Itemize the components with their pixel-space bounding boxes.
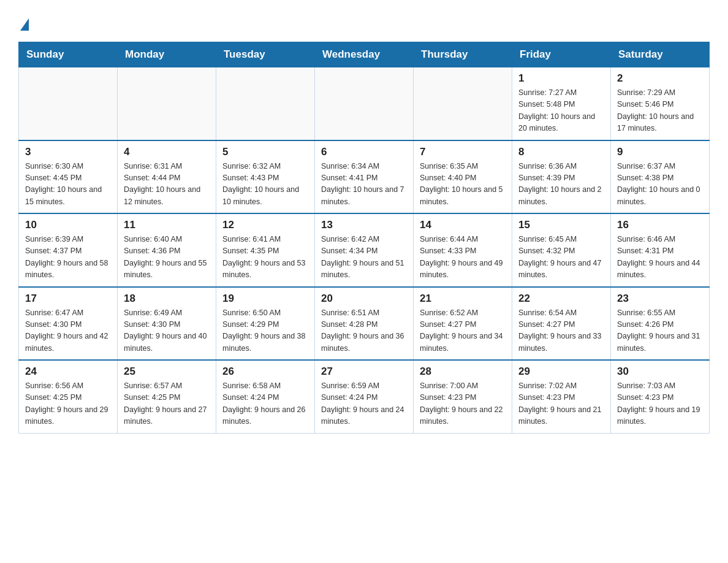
calendar-week-row: 24Sunrise: 6:56 AMSunset: 4:25 PMDayligh… <box>19 360 710 433</box>
day-info: Sunrise: 6:50 AMSunset: 4:29 PMDaylight:… <box>222 307 308 355</box>
day-info: Sunrise: 6:54 AMSunset: 4:27 PMDaylight:… <box>518 307 604 355</box>
calendar-cell <box>118 67 216 140</box>
calendar-cell: 6Sunrise: 6:34 AMSunset: 4:41 PMDaylight… <box>315 140 414 214</box>
calendar-cell: 2Sunrise: 7:29 AMSunset: 5:46 PMDaylight… <box>611 67 710 140</box>
day-info: Sunrise: 6:46 AMSunset: 4:31 PMDaylight:… <box>617 234 703 282</box>
day-number: 7 <box>420 146 506 158</box>
day-number: 11 <box>124 219 210 231</box>
day-number: 29 <box>518 366 604 378</box>
day-info: Sunrise: 6:51 AMSunset: 4:28 PMDaylight:… <box>321 307 407 355</box>
day-info: Sunrise: 6:40 AMSunset: 4:36 PMDaylight:… <box>124 234 210 282</box>
day-number: 24 <box>25 366 111 378</box>
day-info: Sunrise: 6:42 AMSunset: 4:34 PMDaylight:… <box>321 234 407 282</box>
calendar-cell: 29Sunrise: 7:02 AMSunset: 4:23 PMDayligh… <box>512 360 611 433</box>
weekday-header-sunday: Sunday <box>19 42 118 67</box>
logo-general <box>18 17 29 29</box>
day-info: Sunrise: 6:56 AMSunset: 4:25 PMDaylight:… <box>25 380 111 428</box>
calendar-cell: 16Sunrise: 6:46 AMSunset: 4:31 PMDayligh… <box>611 213 710 287</box>
day-number: 8 <box>518 146 604 158</box>
day-info: Sunrise: 7:03 AMSunset: 4:23 PMDaylight:… <box>617 380 703 428</box>
calendar-cell <box>19 67 118 140</box>
day-info: Sunrise: 7:00 AMSunset: 4:23 PMDaylight:… <box>420 380 506 428</box>
day-info: Sunrise: 6:44 AMSunset: 4:33 PMDaylight:… <box>420 234 506 282</box>
day-info: Sunrise: 7:27 AMSunset: 5:48 PMDaylight:… <box>518 87 604 135</box>
day-number: 25 <box>124 366 210 378</box>
day-number: 6 <box>321 146 407 158</box>
day-number: 3 <box>25 146 111 158</box>
day-info: Sunrise: 6:55 AMSunset: 4:26 PMDaylight:… <box>617 307 703 355</box>
day-number: 15 <box>518 219 604 231</box>
day-info: Sunrise: 6:58 AMSunset: 4:24 PMDaylight:… <box>222 380 308 428</box>
day-number: 28 <box>420 366 506 378</box>
day-info: Sunrise: 6:49 AMSunset: 4:30 PMDaylight:… <box>124 307 210 355</box>
calendar-cell: 18Sunrise: 6:49 AMSunset: 4:30 PMDayligh… <box>118 287 216 361</box>
calendar-week-row: 1Sunrise: 7:27 AMSunset: 5:48 PMDaylight… <box>19 67 710 140</box>
day-info: Sunrise: 6:47 AMSunset: 4:30 PMDaylight:… <box>25 307 111 355</box>
calendar-cell: 27Sunrise: 6:59 AMSunset: 4:24 PMDayligh… <box>315 360 414 433</box>
day-number: 17 <box>25 293 111 305</box>
calendar-cell: 4Sunrise: 6:31 AMSunset: 4:44 PMDaylight… <box>118 140 216 214</box>
calendar-cell: 13Sunrise: 6:42 AMSunset: 4:34 PMDayligh… <box>315 213 414 287</box>
day-info: Sunrise: 6:45 AMSunset: 4:32 PMDaylight:… <box>518 234 604 282</box>
calendar-cell: 12Sunrise: 6:41 AMSunset: 4:35 PMDayligh… <box>216 213 315 287</box>
calendar-week-row: 3Sunrise: 6:30 AMSunset: 4:45 PMDaylight… <box>19 140 710 214</box>
day-number: 30 <box>617 366 703 378</box>
calendar-cell <box>216 67 315 140</box>
day-info: Sunrise: 6:31 AMSunset: 4:44 PMDaylight:… <box>124 161 210 209</box>
day-number: 16 <box>617 219 703 231</box>
calendar-cell: 5Sunrise: 6:32 AMSunset: 4:43 PMDaylight… <box>216 140 315 214</box>
day-info: Sunrise: 6:34 AMSunset: 4:41 PMDaylight:… <box>321 161 407 209</box>
calendar-cell: 24Sunrise: 6:56 AMSunset: 4:25 PMDayligh… <box>19 360 118 433</box>
day-info: Sunrise: 7:29 AMSunset: 5:46 PMDaylight:… <box>617 87 703 135</box>
calendar-cell <box>315 67 414 140</box>
day-number: 4 <box>124 146 210 158</box>
calendar-cell: 28Sunrise: 7:00 AMSunset: 4:23 PMDayligh… <box>414 360 512 433</box>
calendar-cell <box>414 67 512 140</box>
day-info: Sunrise: 6:36 AMSunset: 4:39 PMDaylight:… <box>518 161 604 209</box>
weekday-header-thursday: Thursday <box>414 42 512 67</box>
weekday-header-saturday: Saturday <box>611 42 710 67</box>
day-number: 20 <box>321 293 407 305</box>
day-number: 22 <box>518 293 604 305</box>
calendar-cell: 11Sunrise: 6:40 AMSunset: 4:36 PMDayligh… <box>118 213 216 287</box>
day-number: 26 <box>222 366 308 378</box>
day-info: Sunrise: 6:30 AMSunset: 4:45 PMDaylight:… <box>25 161 111 209</box>
logo <box>18 17 29 31</box>
calendar-week-row: 17Sunrise: 6:47 AMSunset: 4:30 PMDayligh… <box>19 287 710 361</box>
day-number: 12 <box>222 219 308 231</box>
calendar-week-row: 10Sunrise: 6:39 AMSunset: 4:37 PMDayligh… <box>19 213 710 287</box>
day-number: 1 <box>518 72 604 85</box>
day-info: Sunrise: 6:41 AMSunset: 4:35 PMDaylight:… <box>222 234 308 282</box>
calendar-cell: 14Sunrise: 6:44 AMSunset: 4:33 PMDayligh… <box>414 213 512 287</box>
calendar-cell: 26Sunrise: 6:58 AMSunset: 4:24 PMDayligh… <box>216 360 315 433</box>
logo-flag-icon <box>20 18 29 31</box>
day-number: 9 <box>617 146 703 158</box>
day-info: Sunrise: 6:59 AMSunset: 4:24 PMDaylight:… <box>321 380 407 428</box>
weekday-header-tuesday: Tuesday <box>216 42 315 67</box>
day-number: 19 <box>222 293 308 305</box>
day-info: Sunrise: 6:35 AMSunset: 4:40 PMDaylight:… <box>420 161 506 209</box>
page-header <box>18 12 710 31</box>
day-number: 23 <box>617 293 703 305</box>
day-info: Sunrise: 7:02 AMSunset: 4:23 PMDaylight:… <box>518 380 604 428</box>
calendar-cell: 15Sunrise: 6:45 AMSunset: 4:32 PMDayligh… <box>512 213 611 287</box>
calendar-table: SundayMondayTuesdayWednesdayThursdayFrid… <box>18 42 710 434</box>
weekday-header-friday: Friday <box>512 42 611 67</box>
day-number: 13 <box>321 219 407 231</box>
calendar-cell: 7Sunrise: 6:35 AMSunset: 4:40 PMDaylight… <box>414 140 512 214</box>
calendar-cell: 22Sunrise: 6:54 AMSunset: 4:27 PMDayligh… <box>512 287 611 361</box>
calendar-cell: 19Sunrise: 6:50 AMSunset: 4:29 PMDayligh… <box>216 287 315 361</box>
day-number: 10 <box>25 219 111 231</box>
calendar-cell: 20Sunrise: 6:51 AMSunset: 4:28 PMDayligh… <box>315 287 414 361</box>
day-number: 2 <box>617 72 703 85</box>
day-info: Sunrise: 6:57 AMSunset: 4:25 PMDaylight:… <box>124 380 210 428</box>
day-info: Sunrise: 6:32 AMSunset: 4:43 PMDaylight:… <box>222 161 308 209</box>
calendar-header-row: SundayMondayTuesdayWednesdayThursdayFrid… <box>19 42 710 67</box>
day-number: 27 <box>321 366 407 378</box>
weekday-header-monday: Monday <box>118 42 216 67</box>
calendar-cell: 9Sunrise: 6:37 AMSunset: 4:38 PMDaylight… <box>611 140 710 214</box>
day-info: Sunrise: 6:52 AMSunset: 4:27 PMDaylight:… <box>420 307 506 355</box>
calendar-cell: 8Sunrise: 6:36 AMSunset: 4:39 PMDaylight… <box>512 140 611 214</box>
calendar-cell: 10Sunrise: 6:39 AMSunset: 4:37 PMDayligh… <box>19 213 118 287</box>
calendar-cell: 23Sunrise: 6:55 AMSunset: 4:26 PMDayligh… <box>611 287 710 361</box>
